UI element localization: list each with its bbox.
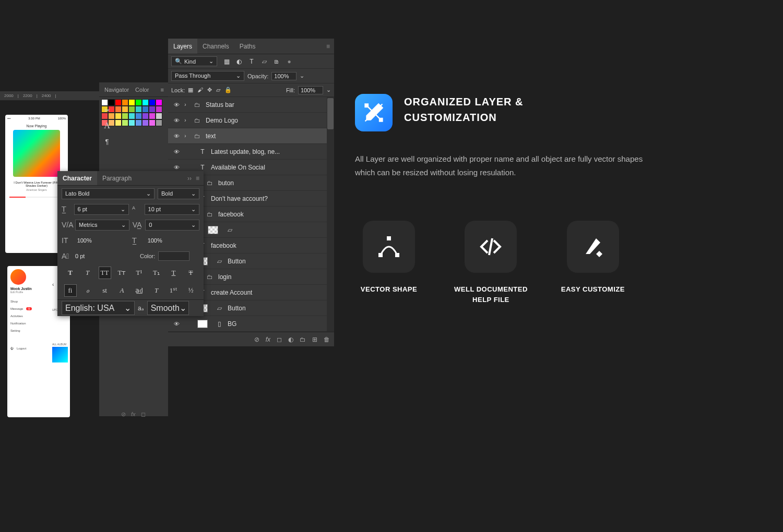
group-icon[interactable]: 🗀	[300, 336, 306, 343]
vscale-input[interactable]: 100%	[74, 236, 129, 245]
swatch[interactable]	[115, 119, 122, 126]
swatch[interactable]	[135, 119, 142, 126]
antialias-select[interactable]: Smooth⌄	[147, 301, 189, 315]
tab-paragraph[interactable]: Paragraph	[97, 171, 137, 185]
swatch[interactable]	[128, 119, 135, 126]
swatch[interactable]	[128, 99, 135, 106]
lock-paint-icon[interactable]: 🖌	[197, 87, 203, 93]
leading-select[interactable]: 10 pt⌄	[145, 204, 199, 215]
filter-toggle-icon[interactable]: ●	[285, 57, 293, 66]
swatch[interactable]	[135, 113, 142, 119]
layer-row[interactable]: 👁›🗀text	[168, 128, 334, 144]
ot2-icon[interactable]: st	[99, 284, 111, 297]
italic-icon[interactable]: T	[81, 267, 94, 279]
swatch[interactable]	[156, 99, 162, 106]
color-swatch[interactable]	[158, 251, 189, 261]
font-weight-select[interactable]: Bold⌄	[158, 188, 199, 199]
swatch[interactable]	[128, 113, 135, 119]
tab-layers[interactable]: Layers	[168, 39, 197, 54]
swatch[interactable]	[156, 106, 162, 113]
language-select[interactable]: English: USA⌄	[62, 301, 135, 315]
visibility-icon[interactable]: 👁	[171, 117, 182, 124]
layer-row[interactable]: 👁TLatest update, blog, ne...	[168, 144, 334, 160]
baseline-input[interactable]: 0 pt	[75, 253, 137, 259]
font-size-select[interactable]: 6 pt⌄	[74, 204, 129, 215]
swatch[interactable]	[142, 119, 149, 126]
tab-character[interactable]: Character	[57, 171, 97, 185]
swatch[interactable]	[149, 99, 156, 106]
allcaps-icon[interactable]: TT	[99, 267, 111, 279]
underline-icon[interactable]: T	[168, 267, 180, 279]
swatch[interactable]	[156, 119, 162, 126]
new-layer-icon[interactable]: ⊞	[312, 336, 317, 343]
panel-menu-icon[interactable]: ≡	[196, 175, 199, 182]
mask-icon[interactable]: ◻	[277, 336, 282, 343]
layer-row[interactable]: 👁›🗀Demo Logo	[168, 113, 334, 128]
tab-paths[interactable]: Paths	[234, 39, 261, 54]
ligature-icon[interactable]: fi	[64, 284, 77, 297]
swatch[interactable]	[142, 106, 149, 113]
tab-channels[interactable]: Channels	[197, 39, 234, 54]
swatch[interactable]	[122, 99, 128, 106]
paragraph-tool-icon[interactable]: ¶	[102, 137, 112, 146]
font-family-select[interactable]: Lato Bold⌄	[62, 188, 155, 199]
lock-position-icon[interactable]: ✥	[207, 87, 212, 93]
lock-transparency-icon[interactable]: ▦	[188, 87, 193, 93]
swatch[interactable]	[142, 99, 149, 106]
hscale-input[interactable]: 100%	[145, 236, 199, 245]
blend-mode-select[interactable]: Pass Through⌄	[171, 71, 244, 81]
swatch[interactable]	[156, 113, 162, 119]
ot4-icon[interactable]: a͟d	[133, 284, 146, 297]
layer-row[interactable]: 👁›🗀Status bar	[168, 97, 334, 113]
lock-artboard-icon[interactable]: ▱	[216, 87, 220, 93]
visibility-icon[interactable]: 👁	[171, 133, 182, 139]
fill-input[interactable]: 100%	[298, 86, 323, 94]
visibility-icon[interactable]: 👁	[171, 149, 182, 155]
swatch[interactable]	[115, 99, 122, 106]
superscript-icon[interactable]: T¹	[133, 267, 146, 279]
swatch[interactable]	[135, 106, 142, 113]
fx-icon[interactable]: fx	[266, 336, 270, 343]
collapse-icon[interactable]: ››	[187, 175, 192, 182]
filter-adjust-icon[interactable]: ◐	[235, 57, 243, 66]
filter-shape-icon[interactable]: ▱	[260, 57, 268, 66]
filter-type-icon[interactable]: T	[247, 57, 256, 66]
lock-all-icon[interactable]: 🔒	[224, 87, 232, 93]
layer-row[interactable]: 👁▯BG	[168, 316, 334, 332]
swatch[interactable]	[135, 99, 142, 106]
bold-icon[interactable]: T	[64, 267, 77, 279]
swatch[interactable]	[128, 106, 135, 113]
filter-pixel-icon[interactable]: ▦	[222, 57, 231, 66]
swatch[interactable]	[149, 113, 156, 119]
adjustment-icon[interactable]: ◐	[288, 336, 293, 343]
smallcaps-icon[interactable]: Tᴛ	[116, 267, 128, 279]
ot7-icon[interactable]: ½	[185, 284, 197, 297]
tracking-select[interactable]: 0⌄	[145, 220, 199, 231]
swatch[interactable]	[122, 119, 128, 126]
ot6-icon[interactable]: 1ˢᵗ	[168, 284, 180, 297]
subscript-icon[interactable]: T₁	[150, 267, 163, 279]
ot5-icon[interactable]: T	[150, 284, 163, 297]
swatch[interactable]	[149, 119, 156, 126]
visibility-icon[interactable]: 👁	[171, 164, 182, 171]
swatch[interactable]	[115, 113, 122, 119]
link-layers-icon[interactable]: ⊘	[254, 336, 259, 343]
tab-navigator[interactable]: Navigator	[101, 87, 132, 93]
scrollbar[interactable]	[327, 97, 334, 332]
panel-menu-icon[interactable]: ≡	[161, 87, 164, 93]
swatch[interactable]	[149, 106, 156, 113]
visibility-icon[interactable]: 👁	[171, 321, 182, 327]
text-tool-icon[interactable]: A	[102, 121, 112, 130]
kerning-select[interactable]: Metrics⌄	[75, 220, 129, 231]
swatch[interactable]	[122, 106, 128, 113]
visibility-icon[interactable]: 👁	[171, 102, 182, 108]
swatch[interactable]	[115, 106, 122, 113]
filter-smart-icon[interactable]: 🗈	[272, 57, 281, 66]
strike-icon[interactable]: T	[185, 267, 197, 279]
swatch[interactable]	[142, 113, 149, 119]
ot3-icon[interactable]: A	[116, 284, 128, 297]
ot1-icon[interactable]: ℴ	[81, 284, 94, 297]
panel-menu-icon[interactable]: ≡	[326, 43, 330, 50]
tab-color[interactable]: Color	[132, 87, 152, 93]
filter-kind-select[interactable]: 🔍Kind⌄	[171, 56, 217, 66]
